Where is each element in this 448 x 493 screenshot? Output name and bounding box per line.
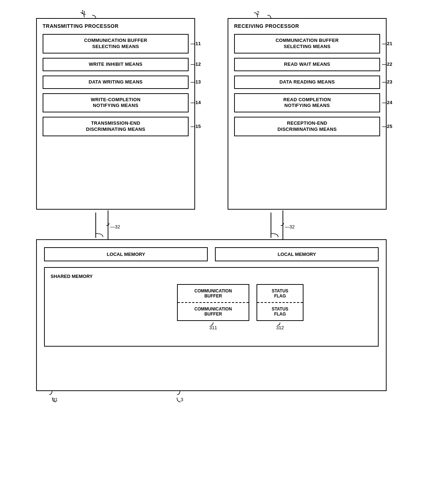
module-13-label: DATA WRITING MEANS [89,79,143,85]
module-23: DATA READING MEANS —23 [234,76,380,89]
comm-buffer-top: COMMUNICATIONBUFFER [178,285,249,303]
module-14-ref: —14 [191,100,201,106]
receiving-processor-title: RECEIVING PROCESSOR [234,23,380,29]
transmitting-processor-title: TRANSMITTING PROCESSOR [43,23,189,29]
module-14: WRITE-COMPLETIONNOTIFYING MEANS —14 [43,93,189,113]
bracket-311 [210,322,217,328]
bottom-section: LOCAL MEMORY LOCAL MEMORY SHARED MEMORY … [36,239,387,391]
module-15: TRANSMISSION-ENDDISCRIMINATING MEANS —15 [43,117,189,136]
module-12: WRITE INHIBIT MEANS —12 [43,58,189,71]
module-21-label: COMMUNICATION BUFFERSELECTING MEANS [276,38,339,49]
bracket-3 [176,390,185,399]
status-flags-box: STATUSFLAG STATUSFLAG 312 [257,284,303,321]
bracket-31 [48,390,57,399]
module-25-label: RECEPTION-ENDDISCRIMINATING MEANS [277,120,337,132]
module-24: READ COMPLETIONNOTIFYING MEANS —24 [234,93,380,113]
status-flag-bottom: STATUSFLAG [257,303,303,320]
module-25-ref: —25 [382,124,392,130]
module-21: COMMUNICATION BUFFERSELECTING MEANS —21 [234,34,380,53]
module-24-ref: —24 [382,100,392,106]
module-11: COMMUNICATION BUFFERSELECTING MEANS —11 [43,34,189,53]
bracket-312 [276,322,284,328]
module-15-label: TRANSMISSION-ENDDISCRIMINATING MEANS [86,120,145,132]
shared-memory-label: SHARED MEMORY [51,274,372,279]
comm-buffer-bottom: COMMUNICATIONBUFFER [178,303,249,320]
communication-buffers-box: COMMUNICATIONBUFFER COMMUNICATIONBUFFER … [177,284,249,321]
module-22-ref: —22 [382,61,392,68]
bracket-2 [252,11,263,18]
status-flag-top: STATUSFLAG [257,285,303,303]
diagram-container: 1 1 2 TRANSMITTING PROCESSOR COMMUNICATI… [25,7,423,477]
bracket-32-left [105,223,112,228]
module-23-ref: —23 [382,79,392,85]
module-22: READ WAIT MEANS —22 [234,58,380,71]
shared-memory-box: SHARED MEMORY COMMUNICATIONBUFFER COMMUN… [44,267,379,347]
module-11-ref: —11 [191,40,201,47]
receiving-processor-box: RECEIVING PROCESSOR COMMUNICATION BUFFER… [228,18,387,210]
local-memory-right: LOCAL MEMORY [215,247,379,261]
module-15-ref: —15 [191,124,201,130]
bracket-32-right [279,223,287,228]
module-11-label: COMMUNICATION BUFFERSELECTING MEANS [84,38,147,49]
module-12-label: WRITE INHIBIT MEANS [89,61,143,67]
module-24-label: READ COMPLETIONNOTIFYING MEANS [283,97,331,108]
module-12-ref: —12 [191,61,201,68]
module-22-label: READ WAIT MEANS [284,61,330,67]
local-memory-left: LOCAL MEMORY [44,247,208,261]
module-25: RECEPTION-ENDDISCRIMINATING MEANS —25 [234,117,380,136]
module-13-ref: —13 [191,79,201,85]
module-23-label: DATA READING MEANS [279,79,335,85]
transmitting-processor-box: TRANSMITTING PROCESSOR COMMUNICATION BUF… [36,18,195,210]
module-14-label: WRITE-COMPLETIONNOTIFYING MEANS [91,97,141,108]
bracket-1 [79,11,90,18]
module-13: DATA WRITING MEANS —13 [43,76,189,89]
module-21-ref: —21 [382,40,392,47]
